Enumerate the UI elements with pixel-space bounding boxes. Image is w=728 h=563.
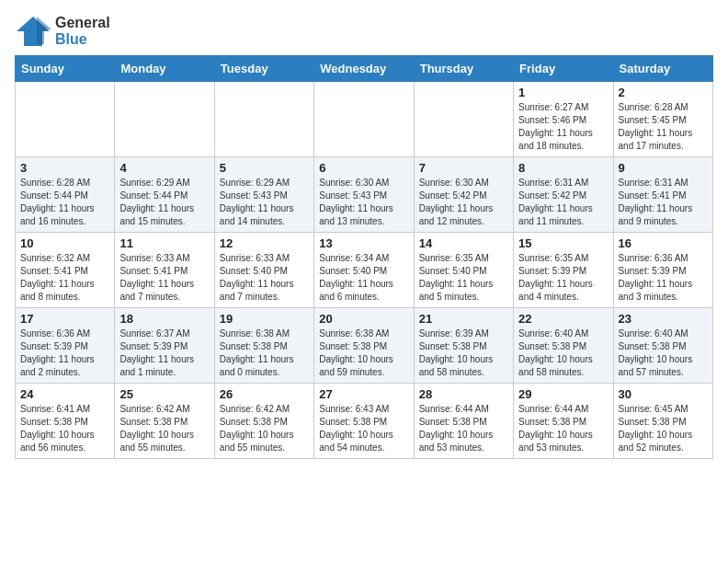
calendar-table: SundayMondayTuesdayWednesdayThursdayFrid… — [15, 55, 713, 459]
calendar-cell: 11Sunrise: 6:33 AM Sunset: 5:41 PM Dayli… — [115, 233, 214, 308]
calendar-cell: 9Sunrise: 6:31 AM Sunset: 5:41 PM Daylig… — [613, 157, 712, 233]
day-number: 20 — [319, 312, 408, 326]
calendar-cell: 30Sunrise: 6:45 AM Sunset: 5:38 PM Dayli… — [613, 384, 712, 459]
calendar-cell: 10Sunrise: 6:32 AM Sunset: 5:41 PM Dayli… — [16, 233, 115, 308]
day-number: 13 — [319, 236, 408, 250]
calendar-cell: 18Sunrise: 6:37 AM Sunset: 5:39 PM Dayli… — [115, 308, 214, 384]
calendar-cell — [314, 82, 414, 157]
day-info: Sunrise: 6:32 AM Sunset: 5:41 PM Dayligh… — [20, 252, 109, 304]
day-number: 18 — [119, 312, 209, 326]
week-row-5: 24Sunrise: 6:41 AM Sunset: 5:38 PM Dayli… — [16, 384, 713, 459]
calendar-cell: 16Sunrise: 6:36 AM Sunset: 5:39 PM Dayli… — [613, 233, 712, 308]
calendar-cell: 19Sunrise: 6:38 AM Sunset: 5:38 PM Dayli… — [214, 308, 313, 384]
weekday-header-thursday: Thursday — [414, 56, 513, 82]
day-info: Sunrise: 6:42 AM Sunset: 5:38 PM Dayligh… — [220, 403, 309, 454]
logo: General Blue — [15, 15, 110, 48]
day-number: 2 — [619, 86, 708, 99]
day-info: Sunrise: 6:31 AM Sunset: 5:41 PM Dayligh… — [619, 177, 708, 228]
calendar-cell — [115, 82, 214, 157]
day-info: Sunrise: 6:30 AM Sunset: 5:42 PM Dayligh… — [419, 177, 508, 228]
day-info: Sunrise: 6:44 AM Sunset: 5:38 PM Dayligh… — [518, 403, 608, 454]
calendar-cell: 24Sunrise: 6:41 AM Sunset: 5:38 PM Dayli… — [16, 384, 115, 459]
day-info: Sunrise: 6:38 AM Sunset: 5:38 PM Dayligh… — [319, 327, 408, 379]
day-number: 15 — [518, 236, 608, 250]
page-container: General Blue SundayMondayTuesdayWednesda… — [15, 15, 713, 459]
day-info: Sunrise: 6:28 AM Sunset: 5:45 PM Dayligh… — [619, 101, 708, 153]
day-info: Sunrise: 6:44 AM Sunset: 5:38 PM Dayligh… — [419, 403, 508, 454]
weekday-header-sunday: Sunday — [16, 56, 115, 82]
calendar-cell — [214, 82, 313, 157]
day-info: Sunrise: 6:33 AM Sunset: 5:40 PM Dayligh… — [220, 252, 309, 304]
day-info: Sunrise: 6:29 AM Sunset: 5:43 PM Dayligh… — [220, 177, 309, 228]
svg-marker-0 — [17, 17, 50, 46]
day-number: 10 — [20, 236, 109, 250]
day-number: 1 — [518, 86, 608, 99]
header: General Blue — [15, 15, 713, 48]
day-number: 11 — [119, 236, 209, 250]
calendar-cell: 8Sunrise: 6:31 AM Sunset: 5:42 PM Daylig… — [514, 157, 613, 233]
week-row-2: 3Sunrise: 6:28 AM Sunset: 5:44 PM Daylig… — [16, 157, 713, 233]
calendar-cell: 28Sunrise: 6:44 AM Sunset: 5:38 PM Dayli… — [414, 384, 513, 459]
day-number: 28 — [419, 387, 508, 401]
calendar-cell: 15Sunrise: 6:35 AM Sunset: 5:39 PM Dayli… — [514, 233, 613, 308]
day-number: 23 — [619, 312, 708, 326]
logo-icon — [15, 15, 51, 48]
weekday-header-tuesday: Tuesday — [214, 56, 313, 82]
weekday-header-wednesday: Wednesday — [314, 56, 414, 82]
day-info: Sunrise: 6:35 AM Sunset: 5:40 PM Dayligh… — [419, 252, 508, 304]
day-number: 16 — [619, 236, 708, 250]
weekday-header-saturday: Saturday — [613, 56, 712, 82]
day-number: 27 — [319, 387, 408, 401]
calendar-cell: 29Sunrise: 6:44 AM Sunset: 5:38 PM Dayli… — [514, 384, 613, 459]
logo-text: General Blue — [55, 15, 110, 48]
day-info: Sunrise: 6:38 AM Sunset: 5:38 PM Dayligh… — [220, 327, 309, 379]
day-info: Sunrise: 6:40 AM Sunset: 5:38 PM Dayligh… — [619, 327, 708, 379]
day-info: Sunrise: 6:43 AM Sunset: 5:38 PM Dayligh… — [319, 403, 408, 454]
day-info: Sunrise: 6:30 AM Sunset: 5:43 PM Dayligh… — [319, 177, 408, 228]
day-number: 17 — [20, 312, 109, 326]
day-number: 4 — [119, 161, 209, 175]
calendar-cell: 6Sunrise: 6:30 AM Sunset: 5:43 PM Daylig… — [314, 157, 414, 233]
day-info: Sunrise: 6:39 AM Sunset: 5:38 PM Dayligh… — [419, 327, 508, 379]
day-number: 24 — [20, 387, 109, 401]
day-info: Sunrise: 6:36 AM Sunset: 5:39 PM Dayligh… — [20, 327, 109, 379]
calendar-cell: 5Sunrise: 6:29 AM Sunset: 5:43 PM Daylig… — [214, 157, 313, 233]
day-number: 14 — [419, 236, 508, 250]
calendar-cell: 20Sunrise: 6:38 AM Sunset: 5:38 PM Dayli… — [314, 308, 414, 384]
calendar-cell: 4Sunrise: 6:29 AM Sunset: 5:44 PM Daylig… — [115, 157, 214, 233]
week-row-1: 1Sunrise: 6:27 AM Sunset: 5:46 PM Daylig… — [16, 82, 713, 157]
weekday-header-monday: Monday — [115, 56, 214, 82]
calendar-cell: 7Sunrise: 6:30 AM Sunset: 5:42 PM Daylig… — [414, 157, 513, 233]
day-number: 3 — [20, 161, 109, 175]
calendar-cell: 14Sunrise: 6:35 AM Sunset: 5:40 PM Dayli… — [414, 233, 513, 308]
day-number: 8 — [518, 161, 608, 175]
day-info: Sunrise: 6:28 AM Sunset: 5:44 PM Dayligh… — [20, 177, 109, 228]
day-info: Sunrise: 6:41 AM Sunset: 5:38 PM Dayligh… — [20, 403, 109, 454]
day-info: Sunrise: 6:37 AM Sunset: 5:39 PM Dayligh… — [119, 327, 209, 379]
day-info: Sunrise: 6:27 AM Sunset: 5:46 PM Dayligh… — [518, 101, 608, 153]
day-number: 5 — [220, 161, 309, 175]
day-number: 25 — [119, 387, 209, 401]
day-info: Sunrise: 6:33 AM Sunset: 5:41 PM Dayligh… — [119, 252, 209, 304]
calendar-cell: 22Sunrise: 6:40 AM Sunset: 5:38 PM Dayli… — [514, 308, 613, 384]
day-info: Sunrise: 6:42 AM Sunset: 5:38 PM Dayligh… — [119, 403, 209, 454]
day-number: 6 — [319, 161, 408, 175]
calendar-cell: 2Sunrise: 6:28 AM Sunset: 5:45 PM Daylig… — [613, 82, 712, 157]
day-number: 29 — [518, 387, 608, 401]
calendar-cell: 23Sunrise: 6:40 AM Sunset: 5:38 PM Dayli… — [613, 308, 712, 384]
day-number: 22 — [518, 312, 608, 326]
day-number: 12 — [220, 236, 309, 250]
day-info: Sunrise: 6:36 AM Sunset: 5:39 PM Dayligh… — [619, 252, 708, 304]
calendar-cell: 12Sunrise: 6:33 AM Sunset: 5:40 PM Dayli… — [214, 233, 313, 308]
calendar-cell: 26Sunrise: 6:42 AM Sunset: 5:38 PM Dayli… — [214, 384, 313, 459]
day-number: 19 — [220, 312, 309, 326]
day-number: 26 — [220, 387, 309, 401]
calendar-cell: 17Sunrise: 6:36 AM Sunset: 5:39 PM Dayli… — [16, 308, 115, 384]
calendar-cell: 21Sunrise: 6:39 AM Sunset: 5:38 PM Dayli… — [414, 308, 513, 384]
day-info: Sunrise: 6:31 AM Sunset: 5:42 PM Dayligh… — [518, 177, 608, 228]
calendar-cell: 25Sunrise: 6:42 AM Sunset: 5:38 PM Dayli… — [115, 384, 214, 459]
day-info: Sunrise: 6:45 AM Sunset: 5:38 PM Dayligh… — [619, 403, 708, 454]
day-info: Sunrise: 6:35 AM Sunset: 5:39 PM Dayligh… — [518, 252, 608, 304]
day-number: 21 — [419, 312, 508, 326]
calendar-cell: 1Sunrise: 6:27 AM Sunset: 5:46 PM Daylig… — [514, 82, 613, 157]
